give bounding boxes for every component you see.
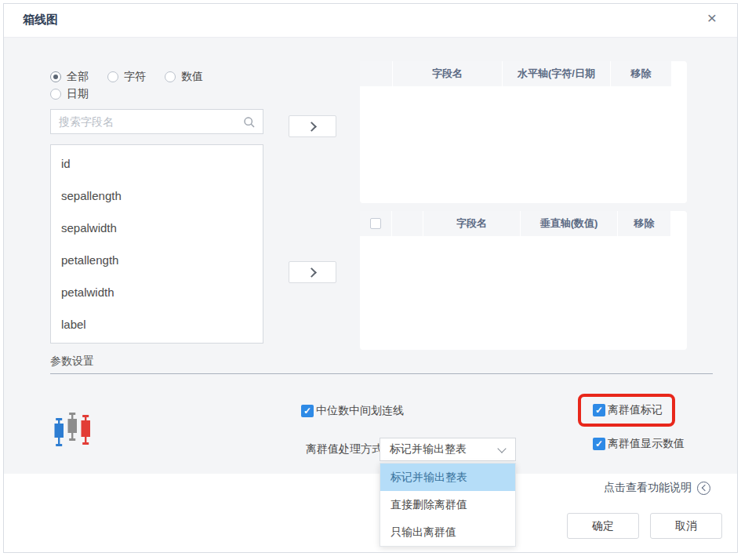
header-cell-remove: 移除 — [618, 211, 670, 236]
list-item[interactable]: sepallength — [51, 180, 263, 212]
median-line-label: 中位数中间划连线 — [316, 404, 404, 418]
checked-checkbox-icon — [593, 438, 605, 450]
radio-unselected-icon — [165, 71, 176, 82]
radio-character-label: 字符 — [124, 70, 146, 84]
outlier-method-value: 标记并输出整表 — [390, 442, 467, 456]
search-input[interactable] — [51, 110, 263, 133]
list-item[interactable]: id — [51, 147, 263, 180]
header-cell-vertical-axis: 垂直轴(数值) — [521, 211, 617, 236]
radio-all-label: 全部 — [67, 70, 89, 84]
outlier-method-label: 离群值处理方式 — [306, 442, 383, 456]
ok-button[interactable]: 确定 — [567, 513, 639, 539]
checked-checkbox-icon — [593, 404, 605, 416]
outlier-method-dropdown: 标记并输出整表 直接删除离群值 只输出离群值 — [380, 463, 516, 547]
radio-numeric-label: 数值 — [181, 70, 203, 84]
circled-chevron-left-icon — [697, 482, 710, 495]
select-all-checkbox[interactable] — [370, 218, 381, 229]
header-cell-empty — [360, 61, 392, 86]
chevron-right-icon — [307, 122, 317, 132]
radio-character[interactable]: 字符 — [107, 70, 146, 84]
move-to-horizontal-button[interactable] — [289, 115, 336, 137]
radio-date-label: 日期 — [67, 87, 89, 101]
outlier-value-label: 离群值显示数值 — [608, 437, 685, 451]
header-cell-selectall — [360, 211, 391, 236]
radio-unselected-icon — [50, 89, 61, 100]
search-icon — [243, 116, 256, 129]
dialog-header: 箱线图 × — [4, 4, 737, 38]
dropdown-option-delete[interactable]: 直接删除离群值 — [380, 491, 515, 518]
vertical-table-header: 字段名 垂直轴(数值) 移除 — [360, 211, 687, 236]
outlier-mark-highlight[interactable]: 离群值标记 — [578, 394, 675, 427]
header-cell-empty — [392, 211, 423, 236]
close-icon[interactable]: × — [707, 9, 717, 26]
dropdown-option-mark-output[interactable]: 标记并输出整表 — [380, 464, 515, 491]
header-cell-remove: 移除 — [611, 61, 671, 86]
list-item[interactable]: label — [51, 308, 263, 340]
section-divider — [50, 373, 713, 374]
outlier-value-checkbox[interactable]: 离群值显示数值 — [593, 437, 685, 451]
outlier-method-select[interactable]: 标记并输出整表 — [380, 438, 516, 461]
radio-selected-icon — [50, 71, 61, 82]
header-cell-fieldname: 字段名 — [393, 61, 502, 86]
radio-date[interactable]: 日期 — [50, 87, 89, 101]
checked-checkbox-icon — [301, 405, 314, 417]
header-cell-fieldname: 字段名 — [423, 211, 520, 236]
field-type-filter: 全部 字符 数值 日期 — [50, 70, 246, 101]
move-to-vertical-button[interactable] — [289, 261, 336, 283]
boxplot-icon — [53, 411, 93, 453]
list-item[interactable]: petalwidth — [51, 276, 263, 308]
search-box — [50, 109, 263, 134]
help-link-label: 点击查看功能说明 — [604, 481, 692, 495]
chevron-right-icon — [307, 267, 317, 278]
radio-unselected-icon — [107, 71, 118, 82]
cancel-button[interactable]: 取消 — [650, 513, 722, 539]
list-item[interactable]: petallength — [51, 244, 263, 276]
outlier-mark-label: 离群值标记 — [608, 403, 663, 417]
radio-numeric[interactable]: 数值 — [165, 70, 203, 84]
header-cell-horizontal-axis: 水平轴(字符/日期 — [503, 61, 610, 86]
help-link[interactable]: 点击查看功能说明 — [604, 481, 710, 495]
params-section-title: 参数设置 — [50, 355, 94, 369]
horizontal-axis-table: 字段名 水平轴(字符/日期 移除 — [360, 61, 687, 203]
dropdown-option-only-outliers[interactable]: 只输出离群值 — [380, 518, 515, 546]
list-item[interactable]: sepalwidth — [51, 212, 263, 244]
vertical-axis-table: 字段名 垂直轴(数值) 移除 — [360, 211, 687, 350]
dialog-title: 箱线图 — [23, 13, 58, 27]
horizontal-table-header: 字段名 水平轴(字符/日期 移除 — [360, 61, 687, 86]
boxplot-dialog: 箱线图 × 全部 字符 数值 日期 id sepallength — [3, 3, 738, 553]
median-line-checkbox[interactable]: 中位数中间划连线 — [301, 404, 404, 418]
radio-all[interactable]: 全部 — [50, 70, 89, 84]
field-list: id sepallength sepalwidth petallength pe… — [50, 144, 263, 344]
chevron-down-icon — [497, 444, 506, 453]
